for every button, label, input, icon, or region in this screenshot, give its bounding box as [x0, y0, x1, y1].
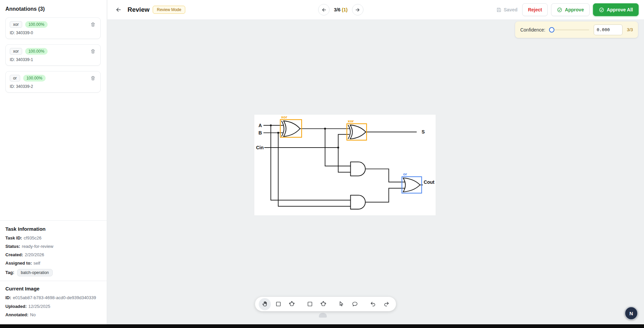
slider-knob[interactable] — [549, 27, 554, 33]
tag-badge: batch-operation — [17, 269, 52, 277]
slider-track — [550, 29, 589, 31]
trash-icon — [90, 49, 96, 54]
rectangle-icon — [307, 301, 313, 307]
select-tool-button[interactable] — [335, 298, 347, 310]
task-status-line: Status:ready-for-review — [5, 243, 101, 250]
arrow-left-icon — [321, 7, 327, 13]
polygon-tool-button[interactable] — [286, 298, 298, 310]
polygon-annotation-tool-button[interactable] — [317, 298, 329, 310]
output-label-s: S — [422, 129, 425, 134]
approve-button[interactable]: Approve — [551, 3, 590, 16]
task-tag-line: Tag: batch-operation — [5, 269, 101, 277]
image-id-line: ID:e015ab87-b783-4698-acd0-de939d340339 — [5, 295, 101, 301]
task-created-line: Created:2/20/2026 — [5, 252, 101, 258]
annotation-class-chip: or — [10, 75, 20, 81]
redo-button[interactable] — [380, 298, 392, 310]
delete-annotation-button[interactable] — [90, 48, 96, 55]
user-avatar[interactable]: N — [625, 307, 638, 320]
reject-button[interactable]: Reject — [522, 3, 548, 16]
trash-icon — [90, 75, 96, 81]
saved-indicator: Saved — [496, 7, 517, 13]
nav-position: 3/6 — [334, 7, 340, 12]
output-label-cout: Cout — [424, 179, 434, 185]
annotation-id: ID: 340339-2 — [10, 84, 96, 89]
confidence-slider[interactable] — [550, 27, 589, 33]
polygon-icon — [320, 301, 327, 307]
prev-image-button[interactable] — [318, 4, 330, 15]
check-circle-icon — [599, 7, 604, 13]
back-arrow-icon — [115, 6, 122, 13]
circuit-image[interactable]: A B Cin S Cout xor xor or — [254, 115, 436, 215]
panel-handle[interactable] — [319, 313, 327, 318]
top-bar: Review Review Mode 3/6(1) Saved Reject A… — [107, 0, 644, 20]
undo-button[interactable] — [367, 298, 379, 310]
bottom-bar — [0, 324, 644, 328]
next-image-button[interactable] — [352, 4, 363, 15]
annotation-class-chip: xor — [10, 48, 22, 55]
arrow-right-icon — [355, 7, 360, 13]
redo-icon — [383, 301, 390, 307]
gate-label-xor-2: xor — [348, 119, 354, 123]
input-label-cin: Cin — [256, 145, 264, 150]
undo-icon — [370, 301, 376, 307]
annotation-id: ID: 340339-1 — [10, 57, 96, 62]
annotation-card[interactable]: xor 100.00% ID: 340339-0 — [5, 17, 101, 39]
confidence-count: 3/3 — [627, 27, 633, 32]
annotation-canvas[interactable]: Confidence: 3/3 — [107, 20, 644, 324]
comment-tool-button[interactable] — [349, 298, 361, 310]
save-disk-icon — [496, 7, 502, 13]
input-label-a: A — [258, 123, 262, 128]
polygon-icon — [289, 301, 295, 307]
annotations-title: Annotations (3) — [5, 6, 101, 12]
approve-all-button[interactable]: Approve All — [593, 3, 639, 16]
saved-label: Saved — [504, 7, 517, 12]
confidence-panel: Confidence: 3/3 — [515, 21, 638, 38]
review-mode-badge: Review Mode — [153, 6, 185, 14]
rectangle-icon — [275, 301, 282, 307]
tool-palette — [255, 297, 396, 311]
check-circle-icon — [557, 7, 562, 13]
annotation-card[interactable]: xor 100.00% ID: 340339-1 — [5, 44, 101, 66]
annotations-list: Annotations (3) xor 100.00% ID: 340339-0… — [0, 0, 107, 93]
image-annotated-line: Annotated:No — [5, 312, 101, 318]
full-adder-circuit: A B Cin S Cout xor xor or — [254, 115, 436, 215]
header-actions: Saved Reject Approve Approve All — [496, 3, 639, 16]
delete-annotation-button[interactable] — [90, 75, 96, 81]
task-assigned-line: Assigned to:self — [5, 260, 101, 266]
task-info-title: Task Information — [5, 226, 101, 232]
annotation-class-chip: xor — [10, 21, 22, 28]
speech-bubble-icon — [352, 301, 358, 307]
annotation-confidence-badge: 100.00% — [25, 21, 48, 28]
input-label-b: B — [258, 130, 262, 135]
task-id-line: Task ID:cf935c26 — [5, 235, 101, 241]
back-button[interactable] — [113, 4, 124, 15]
confidence-input[interactable] — [594, 24, 623, 35]
annotation-id: ID: 340339-0 — [10, 31, 96, 35]
image-navigation: 3/6(1) — [318, 4, 363, 15]
page-title: Review — [128, 6, 149, 13]
nav-count: (1) — [342, 7, 347, 12]
current-image-title: Current Image — [5, 286, 101, 291]
delete-annotation-button[interactable] — [90, 21, 96, 28]
trash-icon — [90, 22, 96, 27]
annotations-sidebar: Annotations (3) xor 100.00% ID: 340339-0… — [0, 0, 107, 324]
annotation-confidence-badge: 100.00% — [23, 75, 46, 81]
nav-position-text: 3/6(1) — [334, 7, 348, 12]
rectangle-tool-button[interactable] — [272, 298, 284, 310]
gate-label-xor-1: xor — [281, 115, 288, 119]
cursor-icon — [338, 301, 345, 307]
pan-tool-button[interactable] — [259, 298, 271, 310]
image-uploaded-line: Uploaded:12/25/2025 — [5, 304, 101, 310]
confidence-label: Confidence: — [520, 27, 545, 33]
sidebar-divider — [0, 281, 107, 281]
rectangle-annotation-tool-button[interactable] — [304, 298, 316, 310]
sidebar-info-panel: Task Information Task ID:cf935c26 Status… — [0, 220, 107, 324]
hand-icon — [262, 301, 268, 307]
annotation-confidence-badge: 100.00% — [25, 48, 48, 55]
gate-label-or: or — [403, 172, 407, 176]
annotation-card[interactable]: or 100.00% ID: 340339-2 — [5, 71, 101, 93]
